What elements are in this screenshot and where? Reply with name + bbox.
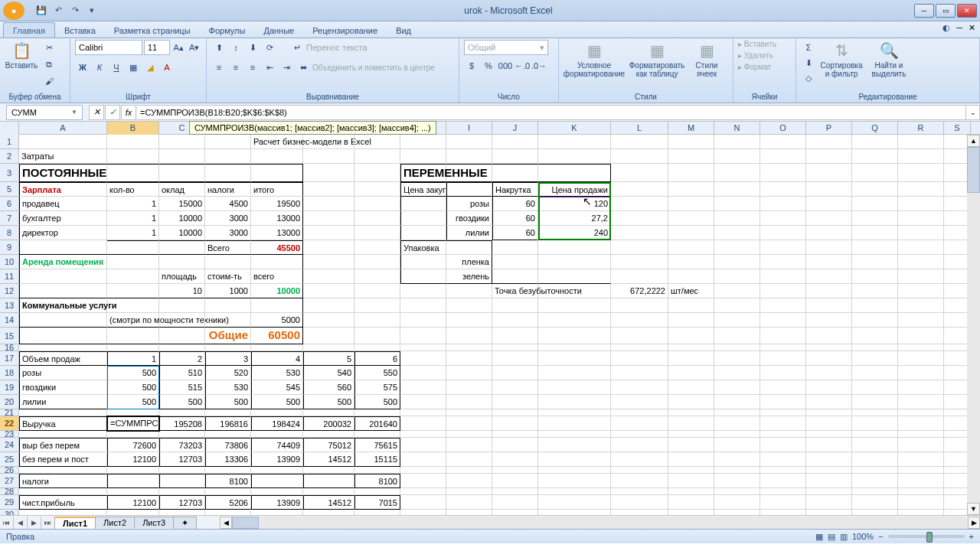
row-header-7[interactable]: 7	[0, 211, 19, 226]
cell-G5[interactable]	[354, 182, 400, 197]
cell-B19[interactable]: 500	[107, 380, 159, 395]
cell-N12[interactable]	[714, 284, 760, 298]
cell-I21[interactable]	[446, 409, 492, 416]
cell-B16[interactable]	[107, 344, 159, 351]
cell-E18[interactable]: 530	[251, 366, 303, 380]
cell-J6[interactable]: 60	[492, 197, 538, 211]
column-header-A[interactable]: A	[19, 122, 107, 135]
number-format-select[interactable]: Общий▾	[464, 40, 548, 55]
font-name-select[interactable]	[75, 40, 142, 55]
cell-G1[interactable]	[354, 135, 400, 149]
cell-L10[interactable]	[611, 255, 668, 269]
horizontal-scrollbar[interactable]: ◀ ▶	[220, 517, 980, 529]
cell-Q10[interactable]	[852, 255, 898, 269]
cell-B23[interactable]	[107, 431, 159, 438]
cell-K17[interactable]	[538, 351, 611, 366]
cell-O12[interactable]	[760, 284, 806, 298]
cell-B30[interactable]	[107, 510, 159, 515]
cell-C11[interactable]: площадь	[159, 269, 205, 284]
format-painter-icon[interactable]: 🖌	[41, 73, 57, 89]
cell-K18[interactable]	[538, 366, 611, 380]
cell-I26[interactable]	[446, 467, 492, 474]
align-center-icon[interactable]: ≡	[228, 60, 243, 75]
cell-P7[interactable]	[806, 211, 852, 226]
cell-F26[interactable]	[303, 467, 354, 474]
cell-H27[interactable]	[400, 474, 446, 488]
align-top-icon[interactable]: ⬆	[211, 40, 227, 55]
cell-O18[interactable]	[760, 366, 806, 380]
cell-C23[interactable]	[159, 431, 205, 438]
cell-Q19[interactable]	[852, 380, 898, 395]
cell-Q9[interactable]	[852, 240, 898, 255]
cell-R16[interactable]	[898, 344, 944, 351]
cell-I13[interactable]	[446, 298, 492, 313]
sort-filter-button[interactable]: ⇅Сортировка и фильтр	[819, 40, 864, 80]
cell-N6[interactable]	[714, 197, 760, 211]
cell-M18[interactable]	[668, 366, 714, 380]
cell-I30[interactable]	[446, 510, 492, 515]
cell-F30[interactable]	[303, 510, 354, 515]
cell-R23[interactable]	[898, 431, 944, 438]
cell-P26[interactable]	[806, 467, 852, 474]
cell-I24[interactable]	[446, 438, 492, 452]
cell-P24[interactable]	[806, 438, 852, 452]
cell-O7[interactable]	[760, 211, 806, 226]
cell-D6[interactable]: 4500	[205, 197, 251, 211]
cell-F16[interactable]	[303, 344, 354, 351]
new-sheet-icon[interactable]: ✦	[173, 517, 197, 529]
cell-E20[interactable]: 500	[251, 395, 303, 409]
cell-F23[interactable]	[303, 431, 354, 438]
cell-A7[interactable]: бухгалтер	[19, 211, 107, 226]
cell-G15[interactable]	[354, 328, 400, 344]
tab-insert[interactable]: Вставка	[55, 23, 105, 37]
cell-N1[interactable]	[714, 135, 760, 149]
cell-F1[interactable]	[303, 135, 354, 149]
cell-L17[interactable]	[611, 351, 668, 366]
cell-styles-button[interactable]: ▦Стили ячеек	[689, 40, 724, 80]
cell-L1[interactable]	[611, 135, 668, 149]
cell-N29[interactable]	[714, 495, 760, 510]
cell-P20[interactable]	[806, 395, 852, 409]
cell-E8[interactable]: 13000	[251, 226, 303, 240]
cell-B3[interactable]	[107, 164, 159, 182]
cell-B2[interactable]	[107, 149, 159, 164]
cell-R12[interactable]	[898, 284, 944, 298]
cell-E30[interactable]	[251, 510, 303, 515]
row-header-19[interactable]: 19	[0, 380, 19, 395]
tab-review[interactable]: Рецензирование	[303, 23, 387, 37]
cell-I14[interactable]	[446, 313, 492, 328]
cell-O10[interactable]	[760, 255, 806, 269]
cell-J20[interactable]	[492, 395, 538, 409]
cell-K24[interactable]	[538, 438, 611, 452]
cell-F2[interactable]	[303, 149, 354, 164]
cell-M23[interactable]	[668, 431, 714, 438]
cell-C7[interactable]: 10000	[159, 211, 205, 226]
cell-L19[interactable]	[611, 380, 668, 395]
cell-D29[interactable]: 5206	[205, 495, 251, 510]
cell-P27[interactable]	[806, 474, 852, 488]
cell-K26[interactable]	[538, 467, 611, 474]
cell-D5[interactable]: налоги	[205, 182, 251, 197]
cell-J7[interactable]: 60	[492, 211, 538, 226]
cell-L23[interactable]	[611, 431, 668, 438]
cell-N13[interactable]	[714, 298, 760, 313]
cell-I22[interactable]	[446, 416, 492, 431]
cell-H5[interactable]: Цена закупа	[400, 182, 446, 197]
cell-F11[interactable]	[303, 269, 354, 284]
cell-G24[interactable]: 75615	[354, 438, 400, 452]
column-header-N[interactable]: N	[714, 122, 760, 135]
cell-N5[interactable]	[714, 182, 760, 197]
row-header-28[interactable]: 28	[0, 488, 19, 495]
cell-R11[interactable]	[898, 269, 944, 284]
cell-A2[interactable]: Затраты	[19, 149, 107, 164]
cell-O13[interactable]	[760, 298, 806, 313]
cell-G23[interactable]	[354, 431, 400, 438]
sheet-nav-next-icon[interactable]: ▶	[28, 517, 41, 529]
cell-I3[interactable]	[446, 164, 492, 182]
cell-G8[interactable]	[354, 226, 400, 240]
cell-C20[interactable]: 500	[159, 395, 205, 409]
cell-B9[interactable]	[107, 240, 159, 255]
row-header-17[interactable]: 17	[0, 351, 19, 366]
cell-D18[interactable]: 520	[205, 366, 251, 380]
cell-K9[interactable]	[538, 240, 611, 255]
